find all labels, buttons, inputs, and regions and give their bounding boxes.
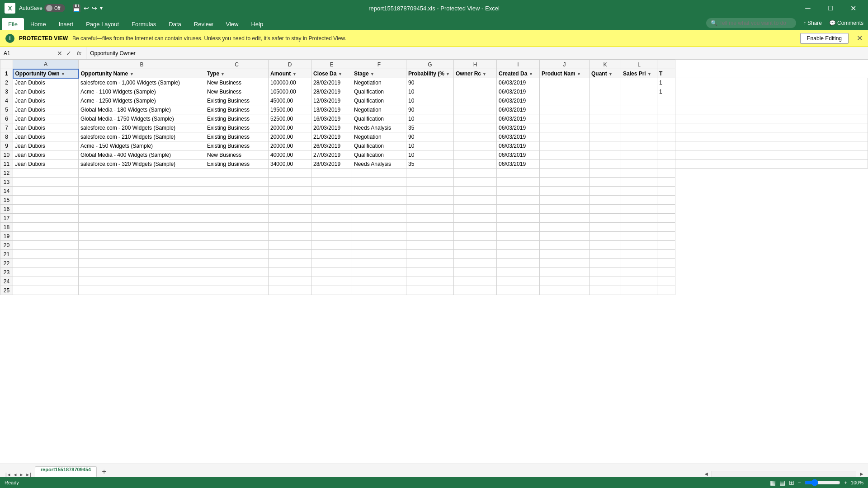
cell-D15[interactable] <box>269 196 311 205</box>
cell-I10[interactable]: 06/03/2019 <box>497 150 540 160</box>
cell-I15[interactable] <box>497 196 540 205</box>
formula-input[interactable] <box>86 47 868 60</box>
cell-E17[interactable] <box>311 214 352 223</box>
cell-J23[interactable] <box>540 268 590 277</box>
cell-I11[interactable]: 06/03/2019 <box>497 160 540 169</box>
cell-F1[interactable]: Stage ▾ <box>352 69 406 78</box>
cell-M10[interactable] <box>657 150 675 160</box>
cell-G5[interactable]: 90 <box>406 105 454 114</box>
cell-E3[interactable]: 28/02/2019 <box>311 87 352 96</box>
cell-I5[interactable]: 06/03/2019 <box>497 105 540 114</box>
cell-F5[interactable]: Negotiation <box>352 105 406 114</box>
cell-J15[interactable] <box>540 196 590 205</box>
cell-F13[interactable] <box>352 178 406 187</box>
tab-formulas[interactable]: Formulas <box>125 18 162 30</box>
cell-I18[interactable] <box>497 223 540 232</box>
cell-L4[interactable] <box>621 96 657 105</box>
cell-G13[interactable] <box>406 178 454 187</box>
cell-F23[interactable] <box>352 268 406 277</box>
cell-I4[interactable]: 06/03/2019 <box>497 96 540 105</box>
cell-G9[interactable]: 10 <box>406 141 454 150</box>
cell-B14[interactable] <box>79 187 205 196</box>
cell-K20[interactable] <box>590 241 621 250</box>
cell-A11[interactable]: Jean Dubois <box>13 160 79 169</box>
cell-H4[interactable] <box>454 96 497 105</box>
cell-G8[interactable]: 90 <box>406 132 454 141</box>
cell-E4[interactable]: 12/03/2019 <box>311 96 352 105</box>
cell-J12[interactable] <box>540 169 590 178</box>
cell-J8[interactable] <box>540 132 590 141</box>
cell-K5[interactable] <box>590 105 621 114</box>
cell-I17[interactable] <box>497 214 540 223</box>
cell-B16[interactable] <box>79 205 205 214</box>
cell-J22[interactable] <box>540 259 590 268</box>
cell-F4[interactable]: Qualification <box>352 96 406 105</box>
cell-B17[interactable] <box>79 214 205 223</box>
cell-A13[interactable] <box>13 178 79 187</box>
cell-D20[interactable] <box>269 241 311 250</box>
cell-F3[interactable]: Qualification <box>352 87 406 96</box>
cell-E11[interactable]: 28/03/2019 <box>311 160 352 169</box>
cell-F2[interactable]: Negotiation <box>352 78 406 87</box>
cell-J9[interactable] <box>540 141 590 150</box>
cell-J17[interactable] <box>540 214 590 223</box>
cell-G25[interactable] <box>406 286 454 295</box>
cell-C4[interactable]: Existing Business <box>205 96 269 105</box>
cell-H2[interactable] <box>454 78 497 87</box>
cell-D1[interactable]: Amount ▾ <box>269 69 311 78</box>
cell-D6[interactable]: 52500,00 <box>269 114 311 123</box>
cell-A16[interactable] <box>13 205 79 214</box>
cell-C10[interactable]: New Business <box>205 150 269 160</box>
cell-F14[interactable] <box>352 187 406 196</box>
cell-K3[interactable] <box>590 87 621 96</box>
comments-button[interactable]: 💬 Comments <box>829 20 863 26</box>
cell-H16[interactable] <box>454 205 497 214</box>
cell-F7[interactable]: Needs Analysis <box>352 123 406 132</box>
cell-L19[interactable] <box>621 232 657 241</box>
col-header-H[interactable]: H <box>454 60 497 69</box>
cell-C21[interactable] <box>205 250 269 259</box>
cell-L12[interactable] <box>621 169 657 178</box>
cell-L16[interactable] <box>621 205 657 214</box>
col-header-J[interactable]: J <box>540 60 590 69</box>
cell-K24[interactable] <box>590 277 621 286</box>
cell-C16[interactable] <box>205 205 269 214</box>
cell-G20[interactable] <box>406 241 454 250</box>
cell-I3[interactable]: 06/03/2019 <box>497 87 540 96</box>
cell-C3[interactable]: New Business <box>205 87 269 96</box>
cell-M2[interactable]: 1 <box>657 78 675 87</box>
cell-L7[interactable] <box>621 123 657 132</box>
cell-C5[interactable]: Existing Business <box>205 105 269 114</box>
cell-H19[interactable] <box>454 232 497 241</box>
zoom-out-icon[interactable]: − <box>798 480 801 485</box>
cell-G6[interactable]: 10 <box>406 114 454 123</box>
cell-F11[interactable]: Needs Analysis <box>352 160 406 169</box>
zoom-slider[interactable] <box>804 479 840 486</box>
cell-H15[interactable] <box>454 196 497 205</box>
cell-K9[interactable] <box>590 141 621 150</box>
cell-B9[interactable]: Acme - 150 Widgets (Sample) <box>79 141 205 150</box>
cell-A8[interactable]: Jean Dubois <box>13 132 79 141</box>
formula-confirm-icon[interactable]: ✓ <box>66 50 71 57</box>
cell-B8[interactable]: salesforce.com - 210 Widgets (Sample) <box>79 132 205 141</box>
cell-M22[interactable] <box>657 259 675 268</box>
cell-L3[interactable] <box>621 87 657 96</box>
cell-G24[interactable] <box>406 277 454 286</box>
cell-K13[interactable] <box>590 178 621 187</box>
cell-J24[interactable] <box>540 277 590 286</box>
cell-M4[interactable] <box>657 96 675 105</box>
cell-D21[interactable] <box>269 250 311 259</box>
cell-E18[interactable] <box>311 223 352 232</box>
cell-name-box[interactable] <box>0 47 54 60</box>
cell-D12[interactable] <box>269 169 311 178</box>
cell-I20[interactable] <box>497 241 540 250</box>
cell-B18[interactable] <box>79 223 205 232</box>
cell-F8[interactable]: Negotiation <box>352 132 406 141</box>
maximize-button[interactable]: □ <box>820 0 841 16</box>
col-header-D[interactable]: D <box>269 60 311 69</box>
cell-C18[interactable] <box>205 223 269 232</box>
cell-E13[interactable] <box>311 178 352 187</box>
cell-M11[interactable] <box>657 160 675 169</box>
cell-L23[interactable] <box>621 268 657 277</box>
cell-G19[interactable] <box>406 232 454 241</box>
